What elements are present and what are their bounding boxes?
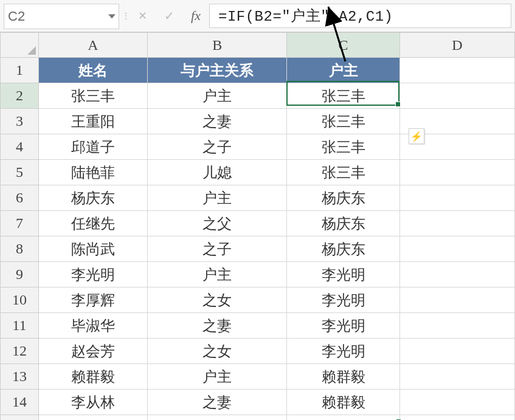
cell-A15[interactable] — [38, 415, 147, 421]
cell-A9[interactable]: 李光明 — [38, 262, 147, 287]
cell-C11[interactable]: 李光明 — [287, 313, 399, 339]
name-box-dropdown-icon[interactable] — [105, 13, 119, 20]
cell-B9[interactable]: 户主 — [148, 262, 287, 287]
cell-B2[interactable]: 户主 — [148, 83, 287, 109]
cell-D14[interactable] — [399, 390, 514, 415]
cell-D7[interactable] — [399, 211, 514, 236]
cell-C15[interactable] — [287, 415, 399, 421]
cell-D10[interactable] — [399, 287, 514, 313]
formula-bar-separator — [123, 0, 129, 32]
cell-D1[interactable] — [399, 58, 514, 83]
autofill-options-button[interactable]: ⚡ — [409, 128, 424, 144]
row-header[interactable]: 9 — [1, 262, 39, 287]
col-header-C[interactable]: C — [287, 33, 399, 58]
cell-B15[interactable] — [148, 415, 287, 421]
cell-B4[interactable]: 之子 — [148, 134, 287, 160]
cell-B8[interactable]: 之子 — [148, 236, 287, 262]
sheet-table: A B C D 1 姓名 与户主关系 户主 2 张三丰 户主 张三丰 3 王重阳… — [0, 32, 515, 420]
cell-D2[interactable] — [399, 83, 514, 109]
cell-A14[interactable]: 李从林 — [38, 390, 147, 415]
name-box[interactable]: C2 — [4, 4, 119, 29]
name-box-value: C2 — [4, 9, 105, 24]
row-header[interactable]: 13 — [1, 364, 39, 390]
cell-D11[interactable] — [399, 313, 514, 339]
table-row: 3 王重阳 之妻 张三丰 — [1, 109, 515, 134]
table-row: 1 姓名 与户主关系 户主 — [1, 58, 515, 83]
cell-A2[interactable]: 张三丰 — [38, 83, 147, 109]
cell-B7[interactable]: 之父 — [148, 211, 287, 236]
row-header[interactable]: 1 — [1, 58, 39, 83]
cell-C14[interactable]: 赖群毅 — [287, 390, 399, 415]
cell-C5[interactable]: 张三丰 — [287, 160, 399, 185]
table-row: 7 任继先 之父 杨庆东 — [1, 211, 515, 236]
cell-D6[interactable] — [399, 185, 514, 211]
row-header[interactable]: 12 — [1, 339, 39, 364]
row-header[interactable]: 8 — [1, 236, 39, 262]
cell-C13[interactable]: 赖群毅 — [287, 364, 399, 390]
row-header[interactable]: 6 — [1, 185, 39, 211]
cell-D15[interactable] — [399, 415, 514, 421]
cell-C1[interactable]: 户主 — [287, 58, 399, 83]
column-header-row: A B C D — [1, 33, 515, 58]
cell-B6[interactable]: 户主 — [148, 185, 287, 211]
spreadsheet-grid: A B C D 1 姓名 与户主关系 户主 2 张三丰 户主 张三丰 3 王重阳… — [0, 32, 515, 420]
row-header[interactable]: 2 — [1, 83, 39, 109]
cell-C8[interactable]: 杨庆东 — [287, 236, 399, 262]
cell-C6[interactable]: 杨庆东 — [287, 185, 399, 211]
table-row: 8 陈尚武 之子 杨庆东 — [1, 236, 515, 262]
cell-C2[interactable]: 张三丰 — [287, 83, 399, 109]
row-header[interactable]: 10 — [1, 287, 39, 313]
cancel-entry-button[interactable] — [129, 0, 156, 32]
cell-B5[interactable]: 儿媳 — [148, 160, 287, 185]
table-row: 10 李厚辉 之女 李光明 — [1, 287, 515, 313]
insert-function-button[interactable]: fx — [182, 0, 209, 32]
table-row: 2 张三丰 户主 张三丰 — [1, 83, 515, 109]
row-header[interactable]: 11 — [1, 313, 39, 339]
cell-A1[interactable]: 姓名 — [38, 58, 147, 83]
cell-B10[interactable]: 之女 — [148, 287, 287, 313]
cell-B12[interactable]: 之女 — [148, 339, 287, 364]
cell-B13[interactable]: 户主 — [148, 364, 287, 390]
col-header-A[interactable]: A — [38, 33, 147, 58]
cell-A13[interactable]: 赖群毅 — [38, 364, 147, 390]
col-header-B[interactable]: B — [148, 33, 287, 58]
cell-C4[interactable]: 张三丰 — [287, 134, 399, 160]
cell-B14[interactable]: 之妻 — [148, 390, 287, 415]
cell-A11[interactable]: 毕淑华 — [38, 313, 147, 339]
table-row: 14 李从林 之妻 赖群毅 — [1, 390, 515, 415]
cell-D12[interactable] — [399, 339, 514, 364]
cell-D13[interactable] — [399, 364, 514, 390]
cell-A5[interactable]: 陆艳菲 — [38, 160, 147, 185]
row-header[interactable]: 14 — [1, 390, 39, 415]
row-header[interactable]: 4 — [1, 134, 39, 160]
cell-C9[interactable]: 李光明 — [287, 262, 399, 287]
cell-A4[interactable]: 邱道子 — [38, 134, 147, 160]
cell-A3[interactable]: 王重阳 — [38, 109, 147, 134]
cell-D8[interactable] — [399, 236, 514, 262]
confirm-entry-button[interactable] — [156, 0, 182, 32]
cell-D5[interactable] — [399, 160, 514, 185]
cell-D9[interactable] — [399, 262, 514, 287]
cell-A7[interactable]: 任继先 — [38, 211, 147, 236]
cell-B11[interactable]: 之妻 — [148, 313, 287, 339]
cell-A6[interactable]: 杨庆东 — [38, 185, 147, 211]
cell-C10[interactable]: 李光明 — [287, 287, 399, 313]
table-row — [1, 415, 515, 421]
col-header-D[interactable]: D — [399, 33, 514, 58]
row-header[interactable]: 3 — [1, 109, 39, 134]
cell-B1[interactable]: 与户主关系 — [148, 58, 287, 83]
formula-input[interactable]: =IF(B2="户主",A2,C1) — [209, 4, 511, 28]
cell-C3[interactable]: 张三丰 — [287, 109, 399, 134]
cell-C12[interactable]: 李光明 — [287, 339, 399, 364]
table-row: 12 赵会芳 之女 李光明 — [1, 339, 515, 364]
row-header[interactable]: 5 — [1, 160, 39, 185]
cell-A12[interactable]: 赵会芳 — [38, 339, 147, 364]
row-header[interactable]: 7 — [1, 211, 39, 236]
cell-C7[interactable]: 杨庆东 — [287, 211, 399, 236]
select-all-button[interactable] — [1, 33, 39, 58]
cell-B3[interactable]: 之妻 — [148, 109, 287, 134]
cell-A8[interactable]: 陈尚武 — [38, 236, 147, 262]
row-header[interactable] — [1, 415, 39, 421]
cell-A10[interactable]: 李厚辉 — [38, 287, 147, 313]
table-row: 9 李光明 户主 李光明 — [1, 262, 515, 287]
